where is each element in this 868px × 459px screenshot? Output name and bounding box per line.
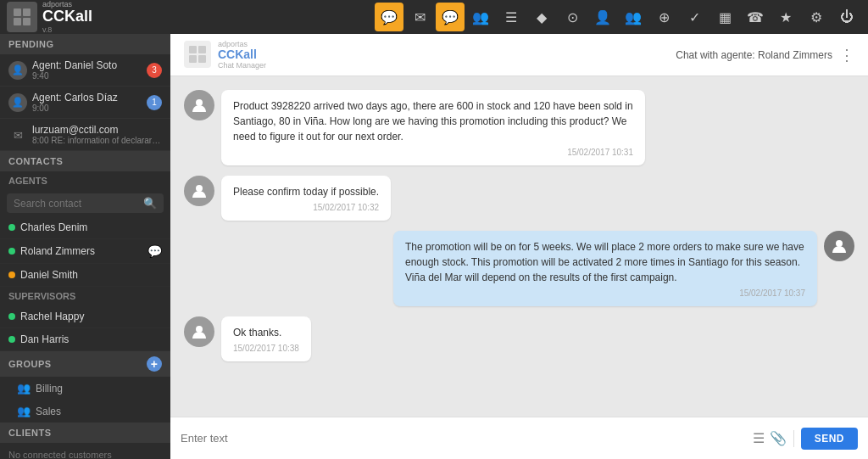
status-dot bbox=[8, 248, 15, 255]
star-nav-icon[interactable]: ★ bbox=[771, 3, 800, 31]
phone-nav-icon[interactable]: ☎ bbox=[741, 3, 770, 31]
people-nav-icon[interactable]: 👥 bbox=[619, 3, 648, 31]
svg-rect-4 bbox=[189, 46, 197, 53]
list-icon[interactable]: ☰ bbox=[753, 430, 765, 446]
list-item[interactable]: Roland Zimmers 💬 bbox=[0, 239, 170, 264]
avatar bbox=[184, 316, 214, 347]
check-nav-icon[interactable]: ✓ bbox=[680, 3, 709, 31]
chat-nav-icon[interactable]: 💬 bbox=[375, 3, 403, 31]
svg-point-9 bbox=[196, 185, 203, 192]
svg-rect-6 bbox=[189, 55, 197, 63]
list-item[interactable]: ✉ lurzuam@cctil.com 8:00 RE: information… bbox=[0, 119, 170, 151]
svg-rect-2 bbox=[14, 18, 21, 25]
message-bubble: Please confirm today if possible. 15/02/… bbox=[221, 176, 391, 221]
agents-sub-header: AGENTS bbox=[0, 171, 170, 190]
avatar bbox=[184, 176, 214, 206]
diamond-nav-icon[interactable]: ◆ bbox=[527, 3, 556, 31]
message-row: Ok thanks. 15/02/2017 10:38 bbox=[184, 316, 854, 361]
list-item[interactable]: Daniel Smith bbox=[0, 264, 170, 287]
search-input[interactable] bbox=[14, 198, 143, 210]
brand-name: CCKall bbox=[42, 8, 92, 25]
chat-brand-sub: Chat Manager bbox=[218, 61, 266, 70]
status-dot bbox=[8, 336, 15, 343]
list-nav-icon[interactable]: ☰ bbox=[497, 3, 526, 31]
message-row: The promotion will be on for 5 weeks. We… bbox=[184, 231, 854, 306]
list-item[interactable]: Dan Harris bbox=[0, 328, 170, 351]
chat-logo-box bbox=[184, 41, 211, 68]
svg-rect-0 bbox=[14, 8, 21, 16]
contacts-header: CONTACTS bbox=[0, 151, 170, 171]
chat-header: adportas CCKall Chat Manager Chat with a… bbox=[170, 34, 868, 76]
avatar bbox=[184, 90, 214, 120]
search-icon: 🔍 bbox=[143, 197, 157, 210]
message-time: 15/02/2017 10:37 bbox=[405, 288, 805, 298]
gear-nav-icon[interactable]: ⚙ bbox=[802, 3, 831, 31]
chat-area: adportas CCKall Chat Manager Chat with a… bbox=[170, 34, 868, 459]
contact-name: Roland Zimmers bbox=[20, 245, 142, 257]
list-item[interactable]: Rachel Happy bbox=[0, 305, 170, 328]
no-clients-label: No connected customers bbox=[0, 443, 170, 459]
divider bbox=[793, 430, 794, 447]
pending-header: PENDING bbox=[0, 34, 170, 54]
message-time: 15/02/2017 10:38 bbox=[233, 344, 299, 353]
chat-brand-name: CCKall bbox=[218, 48, 266, 61]
nav-icons: 💬 ✉ 💬 👥 ☰ ◆ ⊙ 👤 👥 ⊕ ✓ ▦ ☎ ★ ⚙ ⏻ bbox=[375, 3, 861, 31]
agent-time: 9:00 bbox=[32, 104, 142, 113]
list-item[interactable]: Charles Denim bbox=[0, 216, 170, 239]
sidebar: PENDING 👤 Agent: Daniel Soto 9:40 3 👤 Ag… bbox=[0, 34, 170, 459]
top-navigation: adportas CCKall v.8 💬 ✉ 💬 👥 ☰ ◆ ⊙ 👤 👥 ⊕ … bbox=[0, 0, 868, 34]
pending-badge: 3 bbox=[147, 63, 162, 78]
email-nav-icon[interactable]: ✉ bbox=[405, 3, 434, 31]
message-text: Ok thanks. bbox=[233, 325, 299, 340]
list-item[interactable]: 👤 Agent: Daniel Soto 9:40 3 bbox=[0, 54, 170, 87]
logo-box bbox=[7, 2, 37, 32]
message-time: 15/02/2017 10:31 bbox=[233, 148, 633, 157]
users-nav-icon[interactable]: 👥 bbox=[466, 3, 495, 31]
svg-rect-5 bbox=[198, 46, 206, 53]
add-group-button[interactable]: + bbox=[147, 356, 162, 372]
search-box: 🔍 bbox=[7, 193, 164, 213]
logout-nav-icon[interactable]: ⏻ bbox=[832, 3, 861, 31]
active-chat-nav-icon[interactable]: 💬 bbox=[436, 3, 465, 31]
svg-point-11 bbox=[196, 326, 203, 333]
circle-nav-icon[interactable]: ⊙ bbox=[558, 3, 587, 31]
svg-rect-3 bbox=[23, 18, 31, 25]
list-item[interactable]: 👥 Billing bbox=[0, 377, 170, 400]
message-bubble: Ok thanks. 15/02/2017 10:38 bbox=[221, 316, 311, 361]
messages-area: Product 3928220 arrived two days ago, th… bbox=[170, 76, 868, 417]
chat-more-button[interactable]: ⋮ bbox=[839, 46, 854, 64]
attach-icon[interactable]: 📎 bbox=[770, 430, 787, 446]
agent-name: Agent: Daniel Soto bbox=[32, 59, 142, 71]
message-row: Please confirm today if possible. 15/02/… bbox=[184, 176, 854, 221]
table-nav-icon[interactable]: ▦ bbox=[710, 3, 739, 31]
agent-avatar: 👤 bbox=[8, 61, 27, 80]
groups-header: GROUPS + bbox=[0, 351, 170, 377]
chat-title: Chat with agente: Roland Zimmers bbox=[676, 49, 832, 61]
svg-point-10 bbox=[836, 240, 843, 247]
group-icon: 👥 bbox=[17, 405, 31, 417]
status-dot bbox=[8, 313, 15, 320]
message-input[interactable] bbox=[181, 432, 746, 445]
brand-version: v.8 bbox=[42, 25, 92, 34]
clients-header: CLIENTS bbox=[0, 423, 170, 443]
message-text: Product 3928220 arrived two days ago, th… bbox=[233, 98, 633, 144]
chat-input-area: ☰ 📎 SEND bbox=[170, 417, 868, 459]
group-name: Sales bbox=[36, 406, 61, 417]
list-item[interactable]: 👤 Agent: Carlos Díaz 9:00 1 bbox=[0, 87, 170, 119]
status-dot bbox=[8, 224, 15, 231]
supervisors-sub-header: SUPERVISORS bbox=[0, 287, 170, 305]
list-item[interactable]: 👥 Sales bbox=[0, 400, 170, 423]
person-nav-icon[interactable]: 👤 bbox=[588, 3, 617, 31]
svg-point-8 bbox=[196, 99, 203, 106]
message-bubble: Product 3928220 arrived two days ago, th… bbox=[221, 90, 645, 165]
avatar bbox=[824, 231, 854, 261]
group-nav-icon[interactable]: ⊕ bbox=[649, 3, 678, 31]
svg-rect-7 bbox=[198, 55, 206, 63]
message-bubble: The promotion will be on for 5 weeks. We… bbox=[393, 231, 817, 306]
status-dot bbox=[8, 271, 15, 278]
email-address: lurzuam@cctil.com bbox=[32, 124, 162, 136]
send-button[interactable]: SEND bbox=[801, 428, 858, 450]
agent-avatar: 👤 bbox=[8, 93, 27, 112]
logo-area: adportas CCKall v.8 bbox=[7, 0, 92, 34]
message-row: Product 3928220 arrived two days ago, th… bbox=[184, 90, 854, 165]
